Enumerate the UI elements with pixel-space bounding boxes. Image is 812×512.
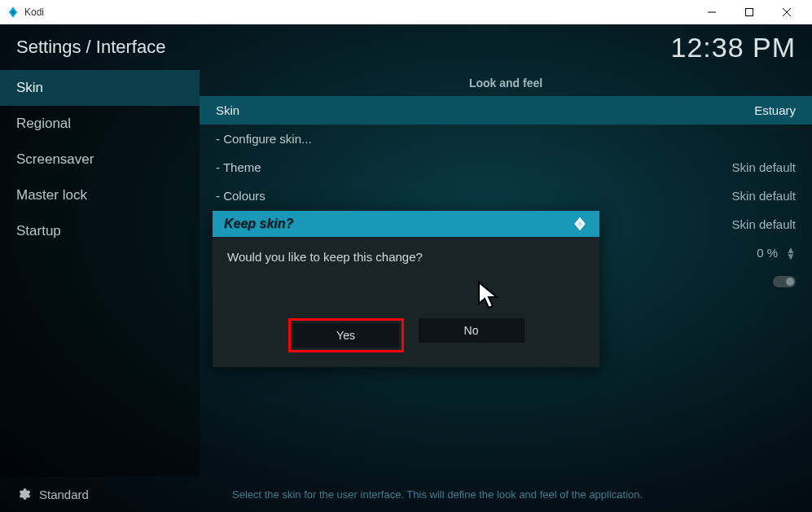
setting-value (773, 276, 796, 287)
setting-label: - Theme (216, 160, 261, 174)
maximize-button[interactable] (731, 0, 768, 24)
breadcrumb: Settings / Interface (16, 37, 165, 58)
no-button[interactable]: No (419, 318, 525, 343)
settings-sidebar: SkinRegionalScreensaverMaster lockStartu… (0, 70, 200, 476)
section-title: Look and feel (200, 70, 812, 96)
setting-row[interactable]: - ColoursSkin default (200, 182, 812, 210)
setting-value: Estuary (754, 103, 796, 117)
settings-level[interactable]: Standard (16, 487, 216, 501)
app-header: Settings / Interface 12:38 PM (0, 24, 812, 70)
yes-button[interactable]: Yes (293, 323, 399, 348)
setting-row[interactable]: SkinEstuary (200, 96, 812, 125)
dialog-buttons: Yes No (213, 318, 599, 367)
kodi-logo-icon (7, 6, 20, 19)
window-titlebar: Kodi (0, 0, 812, 24)
app-body: Settings / Interface 12:38 PM SkinRegion… (0, 24, 812, 512)
spinner-icon[interactable]: ▲▼ (786, 247, 796, 260)
dialog-titlebar: Keep skin? (213, 211, 599, 237)
kodi-logo-icon (572, 216, 588, 232)
dialog-message: Would you like to keep this change? (213, 237, 599, 318)
help-text: Select the skin for the user interface. … (216, 488, 796, 501)
gear-icon (16, 487, 31, 501)
setting-value: Skin default (732, 189, 796, 203)
sidebar-item-startup[interactable]: Startup (0, 213, 200, 249)
clock: 12:38 PM (670, 32, 796, 63)
settings-level-label: Standard (39, 488, 89, 501)
sidebar-item-screensaver[interactable]: Screensaver (0, 142, 200, 177)
confirm-dialog: Keep skin? Would you like to keep this c… (213, 211, 599, 367)
setting-label: Skin (216, 103, 239, 117)
footer: Standard Select the skin for the user in… (0, 476, 812, 512)
window-title: Kodi (24, 7, 44, 18)
toggle-switch[interactable] (773, 276, 796, 287)
sidebar-item-master-lock[interactable]: Master lock (0, 177, 200, 213)
setting-label: - Configure skin... (216, 132, 312, 146)
setting-value: Skin default (732, 217, 796, 231)
setting-label: - Colours (216, 189, 266, 203)
svg-rect-1 (746, 8, 753, 15)
window-controls (693, 0, 805, 24)
setting-value: Skin default (732, 160, 796, 174)
close-button[interactable] (768, 0, 805, 24)
yes-button-highlight: Yes (288, 318, 404, 352)
setting-row[interactable]: - Configure skin... (200, 125, 812, 153)
sidebar-item-regional[interactable]: Regional (0, 106, 200, 142)
sidebar-item-skin[interactable]: Skin (0, 70, 200, 106)
setting-value: 0 %▲▼ (757, 246, 796, 260)
minimize-button[interactable] (693, 0, 731, 24)
dialog-title-text: Keep skin? (224, 217, 293, 231)
setting-row[interactable]: - ThemeSkin default (200, 153, 812, 182)
